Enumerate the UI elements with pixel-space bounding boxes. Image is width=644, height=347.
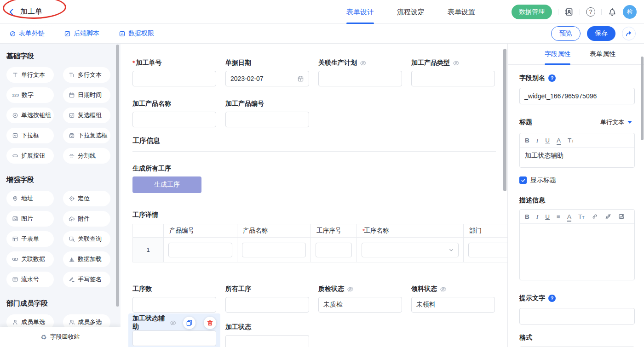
sidebar-item-扩展按钮[interactable]: 扩展按钮 [6,148,54,164]
contacts-icon[interactable] [564,7,574,17]
sidebar-item-下拉复选框[interactable]: 下拉复选框 [63,128,110,143]
form-field-加工单号[interactable]: *加工单号 [132,58,216,86]
form-field-加工状态辅助[interactable]: 加工状态辅助 [132,318,216,346]
form-field-领料状态[interactable]: 领料状态未领料 [411,284,495,313]
toolbar-link-表单外链[interactable]: 表单外链 [9,29,45,38]
canvas-scrollbar[interactable] [503,49,506,191]
field-input[interactable] [225,297,309,313]
format-align-button[interactable]: ≡ [557,212,560,221]
sidebar-item-关联查询[interactable]: 关联查询 [63,231,110,247]
user-avatar[interactable]: 检 [623,5,637,19]
sidebar-item-label: 地址 [21,194,33,203]
description-editor-content[interactable] [520,224,634,280]
show-title-toggle[interactable]: 显示标题 [519,176,635,184]
sidebar-item-流水号[interactable]: 流水号 [6,272,54,287]
notification-bell-icon[interactable] [608,7,617,17]
main-tab-流程设定[interactable]: 流程设定 [397,0,425,24]
format-italic-button[interactable]: I [536,136,539,144]
format-fontsize-button[interactable]: TT [568,136,574,144]
share-icon[interactable] [622,27,636,40]
selected-field-wrapper[interactable]: 加工状态辅助 [128,313,220,347]
table-cell-input[interactable] [468,243,507,257]
main-tab-表单设置[interactable]: 表单设置 [448,0,475,24]
format-fontsize-button[interactable]: TT [578,212,585,221]
format-bold-button[interactable]: B [525,212,529,221]
save-button[interactable]: 保存 [587,26,615,41]
field-input[interactable]: 2023-02-07 [225,71,309,86]
sidebar-item-附件[interactable]: 附件 [63,211,110,227]
data-manage-button[interactable]: 数据管理 [512,5,552,19]
sidebar-item-子表单[interactable]: 子表单 [6,231,54,247]
format-color-button[interactable]: A [557,136,561,144]
table-cell-input[interactable] [362,243,459,257]
sidebar-item-图片[interactable]: 图片 [6,211,54,227]
preview-button[interactable]: 预览 [551,26,581,41]
format-bold-button[interactable]: B [525,136,529,144]
field-input[interactable] [132,71,216,86]
table-cell-input[interactable] [316,243,352,257]
field-input[interactable] [132,330,216,346]
field-input[interactable] [132,112,216,127]
form-field-质检状态[interactable]: 质检状态未质检 [318,284,402,313]
form-field-单据日期[interactable]: 单据日期2023-02-07 [225,58,309,86]
copy-field-button[interactable] [183,317,196,329]
format-color-button[interactable]: A [567,212,571,221]
field-input[interactable] [318,71,402,86]
sidebar-item-日期时间[interactable]: 日期时间 [63,87,110,103]
table-cell-input[interactable] [242,243,306,257]
toolbar-link-数据权限[interactable]: 数据权限 [119,29,154,38]
field-input[interactable] [225,335,309,347]
form-field-加工产品名称[interactable]: 加工产品名称 [132,99,216,127]
field-input[interactable]: 未领料 [411,297,495,313]
sidebar-scrollbar[interactable] [116,45,119,307]
title-editor-content[interactable]: 加工状态辅助 [520,148,634,167]
sidebar-item-下拉框[interactable]: 下拉框 [6,128,54,143]
textarea-icon [69,72,75,78]
sidebar-item-复选框组[interactable]: 复选框组 [63,108,110,123]
field-input[interactable] [132,297,216,313]
form-field-加工状态[interactable]: 加工状态 [225,323,309,347]
back-icon[interactable] [7,8,16,16]
field-recycle-bin[interactable]: ♻ 字段回收站 [0,327,121,347]
format-underline-button[interactable]: U [545,212,550,221]
form-field-加工产品类型[interactable]: 加工产品类型 [411,58,495,86]
alias-help-icon[interactable]: ? [548,74,556,82]
sidebar-item-定位[interactable]: 定位 [63,191,110,206]
toolbar-link-后端脚本[interactable]: 后端脚本 [64,29,99,38]
hint-help-icon[interactable]: ? [548,295,556,302]
field-input[interactable]: 未质检 [318,297,402,313]
sidebar-item-单行文本[interactable]: 单行文本 [6,67,54,83]
sidebar-item-分割线[interactable]: 分割线 [63,148,110,164]
hint-input[interactable] [519,308,635,324]
form-field-加工产品编号[interactable]: 加工产品编号 [225,99,309,127]
sidebar-item-多行文本[interactable]: 多行文本 [63,67,110,83]
format-underline-button[interactable]: U [545,136,550,144]
field-input[interactable] [411,71,495,86]
format-image-button[interactable] [618,213,625,220]
main-tab-表单设计[interactable]: 表单设计 [346,0,374,24]
field-label: 关联生产计划 [318,59,357,67]
sidebar-item-数据加载[interactable]: 数据加载 [63,251,110,267]
generate-field[interactable]: 生成所有工序生成工序 [132,164,507,193]
form-field-关联生产计划[interactable]: 关联生产计划 [318,58,402,86]
field-input[interactable] [225,112,309,127]
format-unlink-button[interactable] [605,213,611,220]
help-icon[interactable]: ? [586,7,595,17]
sidebar-item-手写签名[interactable]: 手写签名 [63,272,110,287]
generate-processes-button[interactable]: 生成工序 [132,176,201,193]
alias-input[interactable]: _widget_1667965975096 [519,88,635,104]
form-field-工序数[interactable]: 工序数 [132,284,216,313]
format-italic-button[interactable]: I [536,212,539,221]
panel-tab-表单属性[interactable]: 表单属性 [590,44,615,65]
format-link-button[interactable] [592,213,598,220]
delete-field-button[interactable] [204,317,216,329]
sidebar-item-单选按钮组[interactable]: 单选按钮组 [6,108,54,123]
panel-tab-字段属性[interactable]: 字段属性 [545,44,570,65]
field-type-select[interactable]: 单行文本 [598,116,635,128]
form-field-所有工序[interactable]: 所有工序 [225,284,309,313]
panel-scrollbar[interactable] [641,57,644,140]
sidebar-item-数字[interactable]: 123数字 [6,87,54,103]
sidebar-item-地址[interactable]: 地址 [6,191,54,206]
sidebar-item-关联数据[interactable]: 关联数据 [6,251,54,267]
table-cell-input[interactable] [168,243,232,257]
